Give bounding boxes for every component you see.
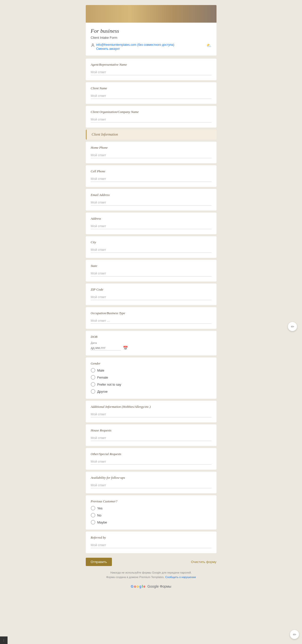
form-title: For business [91, 28, 211, 34]
gender-label-other: Другое [97, 390, 108, 393]
question-additional-info: Additional Information (Hobbies/Allergy/… [86, 401, 217, 422]
prev-customer-maybe[interactable]: Maybe [91, 520, 211, 525]
prev-customer-no[interactable]: No [91, 513, 211, 517]
input-home-phone[interactable] [91, 152, 211, 158]
google-logo: Google [131, 584, 145, 588]
page-wrapper: For business Client Intake Form info@fre… [86, 5, 217, 591]
gender-label-male: Male [97, 369, 104, 372]
gender-option-prefer-not[interactable]: Prefer not to say [91, 382, 211, 387]
question-gender: Gender Male Female Prefer not to say Дру… [86, 357, 217, 399]
label-referred-by: Referred by [91, 536, 211, 540]
label-previous-customer: Previous Customer? [91, 499, 211, 503]
question-home-phone: Home Phone [86, 142, 217, 163]
question-occupation: Occupation/Business Type [86, 307, 217, 329]
title-card: For business Client Intake Form info@fre… [86, 23, 217, 56]
header-image [86, 5, 217, 23]
label-gender: Gender [91, 361, 211, 366]
g-letter-3: o [137, 584, 139, 588]
input-additional-info[interactable] [91, 411, 211, 417]
label-home-phone: Home Phone [91, 146, 211, 150]
label-state: State [91, 264, 211, 268]
footer-note1: Никогда не используйте формы Google для … [86, 571, 217, 575]
question-referred-by: Referred by [86, 532, 217, 553]
radio-circle-yes [91, 506, 95, 510]
pencil-icon-bottom: ✏ [293, 632, 296, 637]
account-details: info@freemiumtemplates.com (без совместн… [96, 43, 174, 51]
header-image-inner [86, 5, 217, 23]
edit-fab-bottom[interactable]: ✏ [290, 630, 299, 639]
question-cell-phone: Cell Phone [86, 165, 217, 187]
g-letter-6: e [143, 584, 145, 588]
edit-fab-mid[interactable]: ✏ [288, 322, 297, 331]
gender-radio-group: Male Female Prefer not to say Другое [91, 368, 211, 394]
label-zip: ZIP Code [91, 288, 211, 292]
bottom-dots-icon: ⋮ [3, 639, 5, 642]
input-org-name[interactable] [91, 116, 211, 123]
question-org-name: Client Organization/Company Name [86, 106, 217, 128]
g-letter-5: l [142, 584, 143, 588]
gender-label-female: Female [97, 376, 108, 379]
bottom-bar: ⋮ [0, 636, 8, 644]
input-state[interactable] [91, 270, 211, 276]
section-client-info: Client Information [86, 130, 217, 140]
label-additional-info: Additional Information (Hobbies/Allergy/… [91, 405, 211, 409]
clear-form-link[interactable]: Очистить форму [191, 560, 217, 564]
account-switch-link[interactable]: Сменить аккаунт [96, 47, 174, 51]
label-cell-phone: Cell Phone [91, 169, 211, 173]
account-email: info@freemiumtemplates.com (без совместн… [96, 43, 174, 47]
question-address: Address [86, 213, 217, 234]
question-zip: ZIP Code [86, 284, 217, 305]
input-occupation[interactable] [91, 318, 211, 324]
gender-label-prefer-not: Prefer not to say [97, 383, 121, 386]
label-city: City [91, 240, 211, 244]
question-other-requests: Other/Special Requests [86, 448, 217, 470]
input-zip[interactable] [91, 294, 211, 300]
gender-option-female[interactable]: Female [91, 375, 211, 380]
footer-notes: Никогда не используйте формы Google для … [86, 569, 217, 581]
prev-customer-yes[interactable]: Yes [91, 506, 211, 510]
account-info: info@freemiumtemplates.com (без совместн… [91, 43, 211, 51]
label-other-requests: Other/Special Requests [91, 452, 211, 456]
input-house-requests[interactable] [91, 435, 211, 441]
pencil-icon-mid: ✏ [291, 324, 294, 329]
input-client-name[interactable] [91, 93, 211, 99]
prev-customer-label-maybe: Maybe [97, 520, 107, 524]
submit-row: Отправить Очистить форму [86, 555, 217, 569]
date-input-wrap: 📅 [91, 345, 211, 350]
gender-option-male[interactable]: Male [91, 368, 211, 373]
input-agent-name[interactable] [91, 69, 211, 75]
account-info-left: info@freemiumtemplates.com (без совместн… [91, 43, 174, 51]
radio-circle-prefer-not [91, 382, 95, 387]
input-cell-phone[interactable] [91, 176, 211, 182]
question-state: State [86, 260, 217, 281]
google-forms-footer: Google Google Формы [86, 581, 217, 591]
label-client-name: Client Name [91, 86, 211, 90]
input-email[interactable] [91, 199, 211, 206]
footer-note2: Форма создана в домене Premium Templates… [86, 575, 217, 580]
input-referred-by[interactable] [91, 542, 211, 548]
input-availability[interactable] [91, 482, 211, 488]
prev-customer-radio-group: Yes No Maybe [91, 506, 211, 525]
submit-button[interactable]: Отправить [86, 558, 112, 566]
g-letter-1: G [131, 584, 134, 588]
prev-customer-label-yes: Yes [97, 506, 103, 510]
form-subtitle: Client Intake Form [91, 36, 211, 39]
label-house-requests: House Requests [91, 428, 211, 432]
label-occupation: Occupation/Business Type [91, 311, 211, 315]
question-city: City [86, 236, 217, 258]
account-icon [91, 43, 95, 47]
label-agent-name: Agent/Representative Name [91, 63, 211, 67]
radio-circle-female [91, 375, 95, 380]
question-email: Email Address [86, 189, 217, 211]
gender-option-other[interactable]: Другое [91, 389, 211, 394]
input-other-requests[interactable] [91, 459, 211, 465]
question-dob: DOB Дата 📅 [86, 331, 217, 355]
question-house-requests: House Requests [86, 424, 217, 446]
input-address[interactable] [91, 223, 211, 229]
radio-circle-maybe [91, 520, 95, 525]
g-letter-2: o [134, 584, 136, 588]
calendar-icon[interactable]: 📅 [123, 346, 128, 350]
input-city[interactable] [91, 247, 211, 253]
dob-input[interactable] [91, 345, 121, 350]
report-link[interactable]: Сообщить о нарушении [165, 576, 196, 579]
